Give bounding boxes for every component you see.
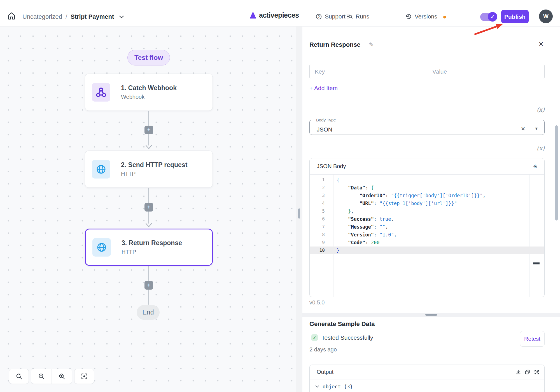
- runs-label: Runs: [356, 13, 369, 20]
- success-check-icon: ✓: [311, 334, 318, 341]
- http-globe-icon: [92, 238, 111, 257]
- panel-resize-handle[interactable]: [296, 27, 302, 392]
- top-bar: Uncategorized / Stript Payment activepie…: [0, 0, 560, 27]
- versions-button[interactable]: Versions: [405, 13, 437, 20]
- add-step-button[interactable]: +: [144, 281, 153, 290]
- retest-button[interactable]: Retest: [520, 331, 545, 347]
- copy-output-icon[interactable]: [525, 370, 530, 375]
- headers-key-value-row: [309, 64, 545, 79]
- json-code[interactable]: 1{2 "Data": {3 "OrderID": "{{trigger['bo…: [310, 175, 544, 297]
- canvas-zoom-toolbar: [9, 369, 94, 384]
- http-globe-icon: [92, 160, 110, 179]
- svg-text:?: ?: [318, 15, 320, 18]
- runs-list-search-icon: [347, 14, 353, 20]
- key-input[interactable]: [310, 64, 427, 79]
- breadcrumb-separator: /: [66, 13, 67, 20]
- expand-output-icon[interactable]: [534, 370, 539, 375]
- code-line[interactable]: 5 },: [310, 207, 544, 215]
- body-type-value: JSON: [317, 126, 332, 133]
- flow-name[interactable]: Stript Payment: [71, 13, 114, 20]
- zoom-out-button[interactable]: [31, 369, 52, 384]
- generate-sample-data-heading: Generate Sample Data: [309, 320, 375, 328]
- insert-variable-icon[interactable]: (x): [537, 145, 545, 152]
- activepieces-logo: activepieces: [249, 11, 299, 19]
- question-circle-icon: ?: [316, 14, 322, 20]
- step-title: 3. Return Response: [122, 239, 182, 247]
- add-step-button[interactable]: +: [144, 126, 153, 134]
- test-status: Tested Successfully: [321, 334, 373, 341]
- download-output-icon[interactable]: [516, 370, 521, 375]
- output-root-node[interactable]: object {3}: [310, 379, 544, 389]
- end-node: End: [137, 305, 160, 320]
- publish-button[interactable]: Publish: [501, 10, 529, 23]
- support-button[interactable]: ? Support: [316, 13, 346, 20]
- runs-button[interactable]: Runs: [347, 13, 369, 20]
- panel-scrollbar[interactable]: [555, 125, 558, 220]
- section-resize-divider[interactable]: [302, 313, 560, 317]
- flow-enabled-toggle[interactable]: ✓: [480, 13, 496, 21]
- close-panel-button[interactable]: ✕: [538, 41, 543, 48]
- add-step-button[interactable]: +: [144, 203, 153, 212]
- code-line[interactable]: 9 "Code": 200: [310, 239, 544, 247]
- step-title: 1. Catch Webhook: [121, 84, 177, 92]
- code-line[interactable]: 8 "Version": "1.0",: [310, 231, 544, 239]
- output-card: Output object {3}: [309, 365, 545, 392]
- cursor-position-marker: [533, 262, 540, 264]
- support-label: Support: [325, 13, 346, 20]
- test-timestamp: 2 days ago: [309, 346, 337, 353]
- test-flow-button[interactable]: Test flow: [127, 50, 170, 65]
- step-app: HTTP: [121, 171, 187, 177]
- unpublished-changes-dot: [443, 16, 446, 18]
- json-body-editor: JSON Body ✳ 1{2 "Data": {3 "OrderID": "{…: [309, 158, 545, 297]
- step-return-response-selected[interactable]: 3. Return Response HTTP: [85, 229, 213, 266]
- piece-version: v0.5.0: [309, 299, 325, 306]
- step-title: 2. Send HTTP request: [121, 161, 187, 169]
- edit-name-icon[interactable]: ✎: [369, 41, 374, 48]
- step-app: HTTP: [122, 249, 182, 255]
- clear-selection-icon[interactable]: ✕: [521, 126, 525, 132]
- tree-collapse-icon[interactable]: [315, 385, 319, 388]
- activepieces-logo-text: activepieces: [259, 11, 299, 19]
- code-line[interactable]: 1{: [310, 176, 544, 184]
- zoom-in-button[interactable]: [52, 369, 72, 384]
- version-history-icon: [405, 13, 412, 20]
- home-icon[interactable]: [7, 12, 16, 20]
- zoom-button-group: [31, 369, 72, 384]
- code-line[interactable]: 3 "OrderID": "{{trigger['body']['OrderID…: [310, 192, 544, 199]
- code-line[interactable]: 2 "Data": {: [310, 184, 544, 192]
- fit-to-view-button[interactable]: [74, 369, 94, 384]
- flow-builder-app: Uncategorized / Stript Payment activepie…: [0, 0, 560, 392]
- code-line[interactable]: 6 "Success": true,: [310, 215, 544, 223]
- code-line[interactable]: 4 "URL": "{{step_1['body']['url']}}": [310, 199, 544, 207]
- divider-grip[interactable]: [425, 314, 437, 316]
- resize-grip[interactable]: [298, 208, 300, 219]
- code-line[interactable]: 10}: [310, 247, 544, 254]
- zoom-reset-button[interactable]: [9, 369, 29, 384]
- add-item-button[interactable]: + Add Item: [309, 85, 338, 91]
- chevron-down-icon[interactable]: [119, 15, 124, 18]
- breadcrumb: Uncategorized / Stript Payment: [22, 13, 124, 20]
- versions-label: Versions: [415, 13, 437, 20]
- value-input[interactable]: [427, 64, 544, 79]
- code-line[interactable]: 7 "Message": "",: [310, 223, 544, 231]
- body-type-label: Body Type: [314, 118, 338, 122]
- webhook-icon: [92, 83, 110, 102]
- step-send-http-request[interactable]: 2. Send HTTP request HTTP: [85, 151, 213, 188]
- activepieces-logo-icon: [249, 11, 257, 19]
- avatar[interactable]: W: [539, 10, 553, 23]
- dropdown-caret-icon[interactable]: ▾: [535, 126, 538, 132]
- json-body-label: JSON Body: [317, 163, 346, 170]
- insert-variable-icon[interactable]: (x): [537, 106, 545, 113]
- flow-canvas[interactable]: Test flow 1. Catch Webhook Webhook + 2. …: [0, 27, 296, 392]
- beautify-icon[interactable]: ✳: [533, 163, 537, 170]
- toggle-check-icon: ✓: [488, 12, 497, 22]
- output-node-label: object {3}: [323, 384, 353, 389]
- output-label: Output: [317, 369, 333, 375]
- step-settings-panel: Return Response ✎ ✕ + Add Item (x) Body …: [302, 27, 560, 392]
- step-app: Webhook: [121, 94, 177, 100]
- panel-title: Return Response: [309, 41, 360, 48]
- step-catch-webhook[interactable]: 1. Catch Webhook Webhook: [85, 74, 213, 111]
- breadcrumb-folder[interactable]: Uncategorized: [22, 13, 62, 20]
- body-type-select[interactable]: Body Type JSON ✕ ▾: [309, 118, 545, 135]
